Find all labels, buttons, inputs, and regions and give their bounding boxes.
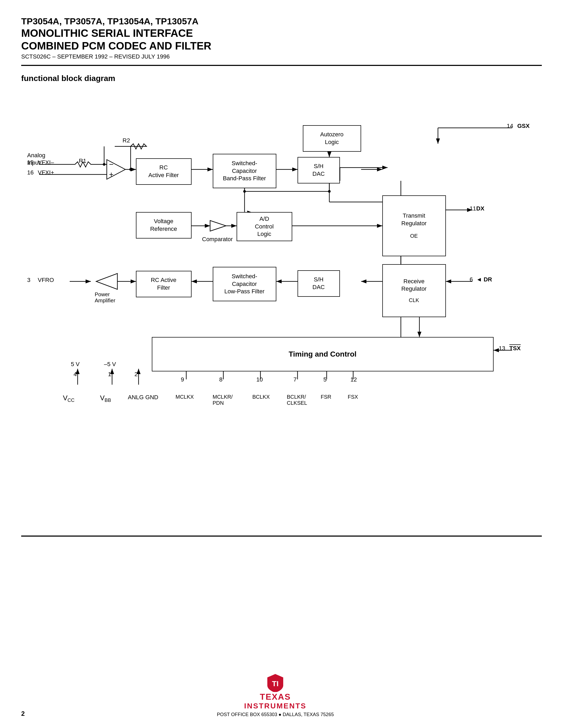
header-subtitle: SCTS026C – SEPTEMBER 1992 – REVISED JULY… — [21, 53, 542, 60]
anlg-gnd-label: ANLG GND — [128, 394, 158, 401]
fsr-label: FSR — [321, 394, 332, 400]
rc-active-filter-bot-block: RC ActiveFilter — [136, 271, 191, 297]
sh-dac-bot-block: S/HDAC — [298, 270, 340, 297]
mclkx-label: MCLKX — [176, 394, 194, 400]
diagram-container: 14 GSX AutozeroLogic AnalogInput R2 15 V… — [22, 91, 541, 514]
footer-center: TI TEXAS INSTRUMENTS POST OFFICE BOX 655… — [25, 673, 526, 717]
svg-marker-24 — [210, 221, 226, 231]
top-rule — [21, 65, 542, 66]
pin5-num: 5 — [324, 376, 327, 383]
v5-label: 5 V — [71, 361, 80, 368]
footer-address: POST OFFICE BOX 655303 ● DALLAS, TEXAS 7… — [25, 712, 526, 717]
rc-active-filter-top-block: RCActive Filter — [136, 158, 191, 185]
vbb-label: VBB — [100, 394, 111, 403]
switched-cap-lpf-block: Switched-CapacitorLow-Pass Filter — [213, 267, 276, 301]
transmit-regulator-block: TransmitRegulator OE — [382, 195, 446, 256]
page-number: 2 — [21, 710, 25, 717]
pin6-label: 6 — [470, 276, 473, 283]
pin1-num: 1 — [108, 371, 111, 378]
gsx-label: GSX — [517, 123, 530, 129]
autozero-logic-block: AutozeroLogic — [303, 125, 361, 152]
fsx-label: FSX — [348, 394, 358, 400]
pin15-label: 15 — [27, 159, 34, 166]
dr-label: ◄ DR — [476, 276, 492, 283]
dx-label: DX — [476, 205, 485, 212]
svg-marker-7 — [107, 160, 125, 179]
timing-control-block: Timing and Control — [152, 337, 494, 371]
pin10-num: 10 — [256, 376, 263, 383]
mclkr-pdn-label: MCLKR/PDN — [213, 394, 233, 406]
section-title: functional block diagram — [21, 74, 542, 83]
header: TP3054A, TP3057A, TP13054A, TP13057A MON… — [21, 16, 542, 60]
receive-regulator-block: ReceiveRegulator CLK — [382, 264, 446, 317]
r2-label: R2 — [123, 137, 130, 144]
ad-control-logic-block: A/DControlLogic — [236, 212, 292, 241]
vfxi-minus-label: VFXI– — [38, 159, 54, 166]
vfxi-plus-label: VFXI+ — [38, 169, 54, 176]
header-title-line1: TP3054A, TP3057A, TP13054A, TP13057A — [21, 16, 542, 27]
svg-point-28 — [243, 190, 246, 193]
footer: 2 TI TEXAS INSTRUMENTS POST OFFICE BOX 6… — [21, 673, 542, 717]
bclkx-label: BCLKX — [252, 394, 270, 400]
r1-label: R1 — [79, 158, 86, 164]
bottom-rule — [21, 536, 542, 537]
ti-logo: TI TEXAS INSTRUMENTS — [25, 673, 526, 710]
vfro-label: VFRO — [38, 277, 54, 284]
svg-point-63 — [129, 168, 132, 171]
page: TP3054A, TP3057A, TP13054A, TP13057A MON… — [0, 0, 563, 728]
pin9-num: 9 — [181, 376, 184, 383]
comparator-label: Comparator — [202, 236, 233, 243]
svg-point-34 — [328, 190, 331, 193]
vm5-label: –5 V — [104, 361, 116, 368]
vcc-label: VCC — [63, 394, 75, 403]
svg-marker-36 — [96, 273, 117, 289]
pin2-num: 2 — [135, 371, 138, 378]
pin12-num: 12 — [351, 376, 357, 383]
pin13-label: 13 — [499, 345, 505, 352]
tsx-label: TSX — [510, 345, 521, 352]
ti-logo-icon: TI — [265, 673, 286, 692]
pin16-label: 16 — [27, 169, 34, 176]
pin7-num: 7 — [294, 376, 297, 383]
ti-company-name-1: TEXAS — [260, 692, 291, 702]
ti-company-name-2: INSTRUMENTS — [244, 702, 307, 710]
svg-text:TI: TI — [272, 680, 279, 688]
pin11-label: 11 — [470, 205, 476, 212]
pin8-num: 8 — [219, 376, 222, 383]
voltage-reference-block: VoltageReference — [136, 212, 191, 239]
sh-dac-top-block: S/HDAC — [298, 157, 340, 183]
header-title-line3: COMBINED PCM CODEC AND FILTER — [21, 39, 542, 52]
pin4-num: 4 — [74, 371, 77, 378]
pin14-label: 14 — [507, 123, 513, 129]
header-title-line2: MONOLITHIC SERIAL INTERFACE — [21, 27, 542, 39]
pin3-label: 3 — [27, 277, 30, 284]
svg-point-15 — [103, 163, 105, 166]
switched-cap-bpf-block: Switched-CapacitorBand-Pass Filter — [213, 154, 276, 188]
power-amplifier-label: PowerAmplifier — [95, 291, 115, 304]
bclkr-clksel-label: BCLKR/CLKSEL — [287, 394, 307, 406]
